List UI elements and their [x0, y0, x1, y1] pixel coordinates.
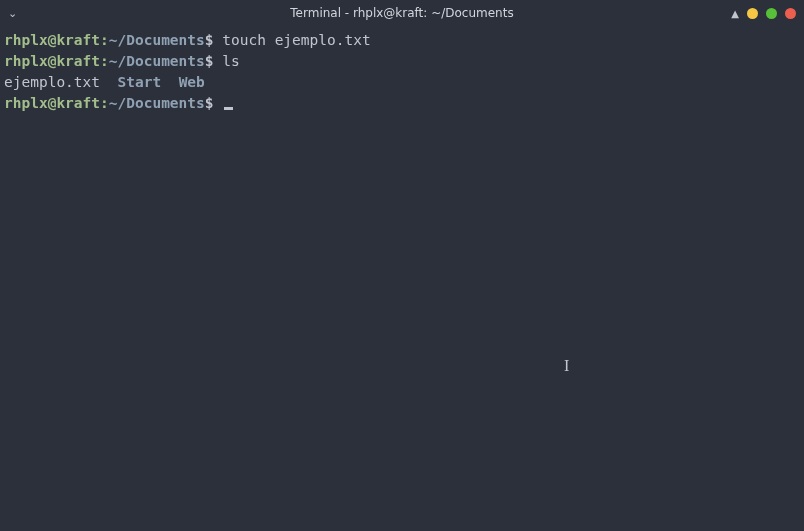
prompt-sep: :: [100, 53, 109, 69]
maximize-button[interactable]: [766, 8, 777, 19]
command-input[interactable]: [214, 95, 234, 111]
window-title: Terminal - rhplx@kraft: ~/Documents: [88, 6, 716, 20]
prompt-symbol: $: [205, 32, 214, 48]
text-cursor-icon: I: [564, 357, 569, 375]
spacer: [100, 74, 117, 90]
window-titlebar: ⌄ Terminal - rhplx@kraft: ~/Documents ▲: [0, 0, 804, 26]
terminal-line: rhplx@kraft:~/Documents$ touch ejemplo.t…: [4, 30, 800, 51]
prompt-symbol: $: [205, 95, 214, 111]
terminal-line: ejemplo.txt Start Web: [4, 72, 800, 93]
prompt-symbol: $: [205, 53, 214, 69]
close-button[interactable]: [785, 8, 796, 19]
titlebar-right: ▲: [716, 8, 796, 19]
cmd2: ls: [222, 53, 239, 69]
prompt-user: rhplx@kraft: [4, 32, 100, 48]
prompt-user: rhplx@kraft: [4, 53, 100, 69]
menu-chevron-icon[interactable]: ⌄: [8, 7, 17, 20]
prompt-sep: :: [100, 95, 109, 111]
cursor-icon: [224, 107, 233, 110]
terminal-line: rhplx@kraft:~/Documents$ ls: [4, 51, 800, 72]
terminal-line: rhplx@kraft:~/Documents$: [4, 93, 800, 114]
prompt-path: ~/Documents: [109, 95, 205, 111]
ls-dir: Web: [179, 74, 205, 90]
command-text: touch ejemplo.txt: [214, 32, 371, 48]
minimize-button[interactable]: [747, 8, 758, 19]
titlebar-left: ⌄: [8, 7, 88, 20]
eject-icon[interactable]: ▲: [731, 8, 739, 19]
prompt-sep: :: [100, 32, 109, 48]
prompt-user: rhplx@kraft: [4, 95, 100, 111]
terminal-body[interactable]: rhplx@kraft:~/Documents$ touch ejemplo.t…: [0, 26, 804, 118]
spacer: [161, 74, 178, 90]
cmd1: touch ejemplo.txt: [222, 32, 370, 48]
ls-dir: Start: [118, 74, 162, 90]
ls-file: ejemplo.txt: [4, 74, 100, 90]
prompt-path: ~/Documents: [109, 53, 205, 69]
command-text: ls: [214, 53, 240, 69]
prompt-path: ~/Documents: [109, 32, 205, 48]
